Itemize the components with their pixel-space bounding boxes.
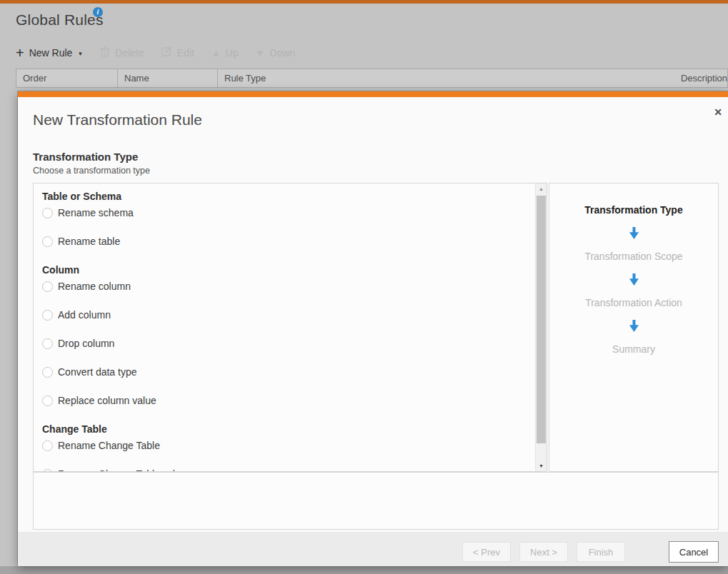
- new-transformation-rule-dialog: New Transformation Rule ✕ Transformation…: [18, 91, 728, 566]
- radio-option-label: Rename schema: [58, 207, 134, 218]
- option-group-header: Table or Schema: [42, 191, 527, 203]
- option-group: Change Table Rename Change Table Rename …: [42, 423, 527, 472]
- next-button: Next >: [519, 542, 568, 562]
- finish-button: Finish: [577, 542, 625, 562]
- wizard-step-label: Transformation Action: [585, 297, 682, 308]
- radio-option-label: Rename Change Table: [58, 440, 160, 451]
- column-header: Name: [118, 69, 218, 87]
- new-rule-label: New Rule: [29, 47, 73, 59]
- move-up-button: ▲ Up: [211, 47, 239, 59]
- down-arrow-icon: [629, 273, 639, 286]
- radio-option[interactable]: Add column: [42, 309, 527, 321]
- list-scrollbar[interactable]: ▲ ▼: [535, 183, 547, 471]
- option-group: Column Rename column Add column: [42, 264, 527, 406]
- radio-option-label: Drop column: [58, 338, 114, 349]
- prev-button: < Prev: [462, 542, 511, 562]
- cancel-button[interactable]: Cancel: [669, 541, 719, 563]
- scrollbar-thumb[interactable]: [537, 196, 546, 443]
- option-group: Table or Schema Rename schema Rename tab…: [42, 191, 527, 247]
- step-subheading: Choose a transformation type: [33, 166, 150, 176]
- option-group-header: Change Table: [42, 423, 527, 435]
- page-title: Global Rules: [16, 11, 104, 29]
- plus-icon: +: [16, 46, 24, 59]
- radio-icon[interactable]: [42, 310, 53, 321]
- up-label: Up: [226, 47, 239, 59]
- column-header: Description: [674, 69, 728, 87]
- dialog-footer: < Prev Next > Finish Cancel: [18, 532, 728, 566]
- wizard-step-label: Transformation Type: [584, 204, 682, 216]
- radio-icon[interactable]: [42, 236, 53, 247]
- radio-icon[interactable]: [42, 338, 53, 349]
- radio-option-label: Rename table: [58, 236, 120, 247]
- radio-icon[interactable]: [42, 396, 53, 406]
- move-down-button: ▼ Down: [256, 47, 296, 59]
- radio-option-label: Rename column: [58, 281, 131, 292]
- edit-icon: [161, 46, 172, 59]
- step-heading: Transformation Type: [33, 151, 138, 163]
- down-arrow-icon: [629, 320, 639, 332]
- chevron-down-icon: ▼: [77, 49, 83, 57]
- rules-table-header: Order Name Rule Type Description: [16, 69, 728, 88]
- transformation-type-list: Table or Schema Rename schema Rename tab…: [33, 183, 547, 472]
- radio-option-label: Convert data type: [58, 366, 137, 378]
- edit-label: Edit: [177, 47, 194, 59]
- radio-option-label: Add column: [58, 309, 111, 321]
- down-label: Down: [270, 47, 296, 59]
- scroll-down-icon[interactable]: ▼: [536, 463, 547, 468]
- delete-label: Delete: [115, 47, 144, 59]
- radio-option[interactable]: Drop column: [42, 338, 527, 349]
- edit-button: Edit: [161, 46, 194, 59]
- page-accent-strip: [0, 0, 728, 4]
- close-icon[interactable]: ✕: [712, 106, 724, 119]
- trash-icon: [100, 46, 110, 59]
- option-description-panel: [33, 472, 719, 530]
- dialog-accent-bar: [18, 91, 728, 97]
- delete-button: Delete: [100, 46, 144, 59]
- radio-icon[interactable]: [42, 440, 53, 451]
- triangle-up-icon: ▲: [211, 49, 221, 58]
- radio-icon[interactable]: [42, 367, 53, 378]
- wizard-step-label: Transformation Scope: [584, 251, 682, 262]
- new-rule-button[interactable]: + New Rule ▼: [16, 46, 83, 59]
- column-header: Rule Type: [218, 69, 674, 87]
- page-bottom-shade: [0, 566, 728, 574]
- radio-option[interactable]: Rename table: [42, 236, 527, 247]
- down-arrow-icon: [629, 227, 639, 239]
- radio-option[interactable]: Convert data type: [42, 366, 527, 378]
- wizard-step-label: Summary: [612, 343, 655, 355]
- triangle-down-icon: ▼: [256, 49, 265, 58]
- rules-toolbar: + New Rule ▼ Delete Edit ▲ Up ▼ Down: [16, 44, 312, 61]
- radio-icon[interactable]: [42, 281, 53, 292]
- column-header: Order: [16, 69, 118, 87]
- scroll-up-icon[interactable]: ▲: [536, 186, 547, 191]
- radio-option-label: Replace column value: [58, 395, 156, 406]
- radio-option[interactable]: Rename column: [42, 281, 527, 292]
- dialog-title: New Transformation Rule: [33, 111, 202, 129]
- radio-icon[interactable]: [42, 208, 53, 218]
- wizard-step-rail: Transformation Type Transformation Scope…: [549, 183, 719, 472]
- radio-option[interactable]: Rename schema: [42, 207, 527, 218]
- radio-option[interactable]: Replace column value: [42, 395, 527, 406]
- radio-option[interactable]: Rename Change Table: [42, 440, 527, 451]
- info-icon[interactable]: i: [93, 7, 103, 17]
- option-group-header: Column: [42, 264, 527, 276]
